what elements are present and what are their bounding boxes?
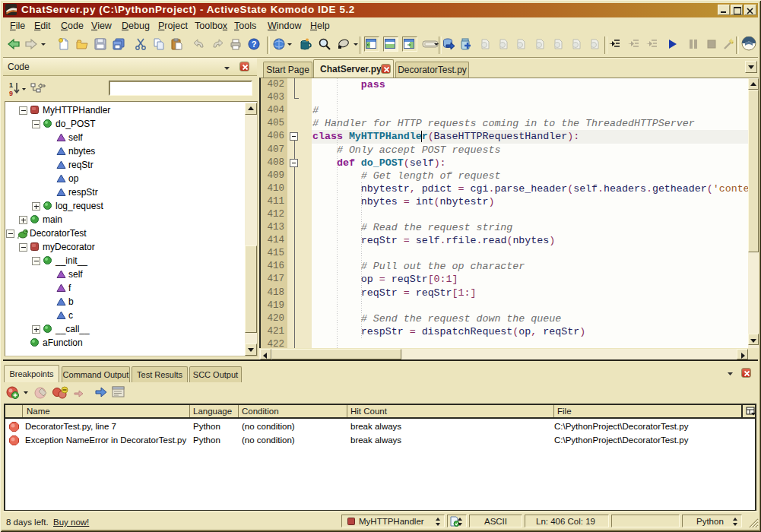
svg-text:1: 1 [9,81,13,89]
svg-text:9: 9 [9,90,13,97]
svg-text:?: ? [252,40,257,49]
